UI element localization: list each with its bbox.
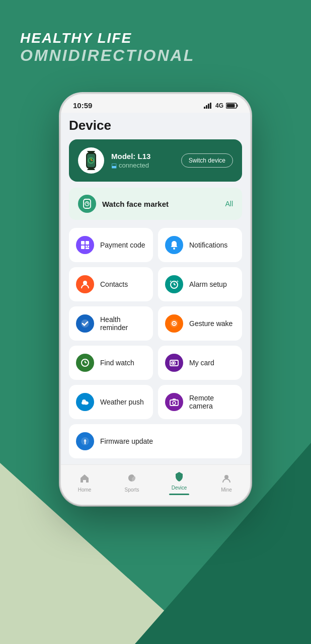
switch-device-button[interactable]: Switch device <box>181 153 233 168</box>
grid-item-health-reminder[interactable]: Health reminder <box>69 306 153 341</box>
device-model: Model: L13 <box>111 152 150 160</box>
svg-rect-19 <box>88 246 89 247</box>
svg-rect-18 <box>86 246 87 247</box>
notifications-label: Notifications <box>189 241 227 249</box>
device-card-left: Model: L13 ⬓ connected <box>78 147 150 174</box>
feature-grid: Payment code Notifications Contacts <box>69 228 242 458</box>
notifications-icon <box>165 236 183 254</box>
health-reminder-label: Health reminder <box>100 315 146 332</box>
home-nav-label: Home <box>78 487 92 493</box>
my-card-icon <box>165 354 183 372</box>
battery-icon <box>226 103 238 109</box>
svg-rect-1 <box>206 105 207 109</box>
device-nav-icon <box>173 470 186 483</box>
device-nav-indicator <box>169 494 189 495</box>
page-title: Device <box>69 113 242 139</box>
grid-item-find-watch[interactable]: Find watch <box>69 346 153 380</box>
grid-item-payment-code[interactable]: Payment code <box>69 228 153 262</box>
find-watch-label: Find watch <box>100 359 134 367</box>
svg-rect-17 <box>81 246 85 249</box>
watch-face-all[interactable]: All <box>225 200 233 208</box>
status-bar: 10:59 4G <box>61 94 250 113</box>
watch-face-icon <box>78 195 96 213</box>
svg-rect-15 <box>81 241 85 245</box>
phone-shell: 10:59 4G Device <box>60 93 251 506</box>
weather-push-label: Weather push <box>100 398 144 406</box>
firmware-update-label: Firmware update <box>100 437 153 445</box>
device-info: Model: L13 ⬓ connected <box>111 152 150 169</box>
svg-rect-3 <box>210 103 211 109</box>
mine-nav-icon <box>220 472 233 485</box>
sports-nav-icon <box>125 472 138 485</box>
remote-camera-label: Remote camera <box>189 394 235 410</box>
device-avatar <box>78 147 104 174</box>
grid-item-weather-push[interactable]: Weather push <box>69 385 153 419</box>
svg-point-42 <box>224 475 228 479</box>
sports-nav-label: Sports <box>125 487 139 493</box>
header-line2: OMNIDIRECTIONAL <box>20 46 195 65</box>
svg-rect-16 <box>86 241 89 245</box>
contacts-icon <box>76 275 94 293</box>
contacts-label: Contacts <box>100 280 128 288</box>
svg-rect-0 <box>204 107 205 109</box>
svg-point-22 <box>83 281 87 285</box>
home-nav-icon <box>78 472 91 485</box>
nav-item-sports[interactable]: Sports <box>108 472 156 493</box>
header-line1: HEALTHY LIFE <box>20 30 195 46</box>
watch-face-market-card[interactable]: Watch face market All <box>69 188 242 220</box>
watch-face-label: Watch face market <box>102 200 169 208</box>
svg-point-40 <box>173 401 176 405</box>
payment-code-label: Payment code <box>100 241 145 249</box>
grid-item-gesture-wake[interactable]: Gesture wake <box>158 306 242 341</box>
nav-item-mine[interactable]: Mine <box>203 472 250 493</box>
device-card: Model: L13 ⬓ connected Switch device <box>69 139 242 182</box>
grid-item-my-card[interactable]: My card <box>158 346 242 380</box>
grid-item-alarm-setup[interactable]: Alarm setup <box>158 267 242 301</box>
grid-item-remote-camera[interactable]: Remote camera <box>158 385 242 419</box>
svg-point-38 <box>82 401 86 405</box>
device-connected: ⬓ connected <box>111 162 150 169</box>
svg-point-29 <box>174 323 175 325</box>
alarm-setup-label: Alarm setup <box>189 280 227 288</box>
network-label: 4G <box>215 102 223 109</box>
device-nav-label: Device <box>172 485 187 491</box>
gesture-wake-label: Gesture wake <box>189 319 232 328</box>
watch-avatar-icon <box>81 150 102 171</box>
watch-face-market-icon <box>82 198 93 209</box>
signal-icon <box>204 103 213 109</box>
nav-item-device[interactable]: Device <box>156 470 203 495</box>
svg-point-21 <box>173 248 175 250</box>
status-time: 10:59 <box>73 101 92 110</box>
screen-content: Device <box>61 113 250 470</box>
nav-item-home[interactable]: Home <box>61 472 108 493</box>
grid-item-contacts[interactable]: Contacts <box>69 267 153 301</box>
watch-face-left: Watch face market <box>78 195 169 213</box>
header-text: HEALTHY LIFE OMNIDIRECTIONAL <box>20 30 195 65</box>
grid-item-notifications[interactable]: Notifications <box>158 228 242 262</box>
health-reminder-icon <box>76 314 94 333</box>
status-icons: 4G <box>204 102 238 109</box>
svg-rect-2 <box>208 104 209 109</box>
find-watch-icon <box>76 354 94 372</box>
firmware-update-icon <box>76 432 94 450</box>
bottom-nav: Home Sports Device Mine <box>61 464 250 505</box>
svg-rect-5 <box>237 104 238 107</box>
my-card-label: My card <box>189 359 214 367</box>
alarm-setup-icon <box>165 275 183 293</box>
weather-push-icon <box>76 393 94 411</box>
svg-rect-6 <box>227 104 235 107</box>
svg-rect-20 <box>86 248 89 249</box>
mine-nav-label: Mine <box>221 487 232 493</box>
payment-code-icon <box>76 236 94 254</box>
remote-camera-icon <box>165 393 183 411</box>
bluetooth-icon: ⬓ <box>111 162 117 169</box>
gesture-wake-icon <box>165 314 183 333</box>
grid-item-firmware-update[interactable]: Firmware update <box>69 424 242 458</box>
